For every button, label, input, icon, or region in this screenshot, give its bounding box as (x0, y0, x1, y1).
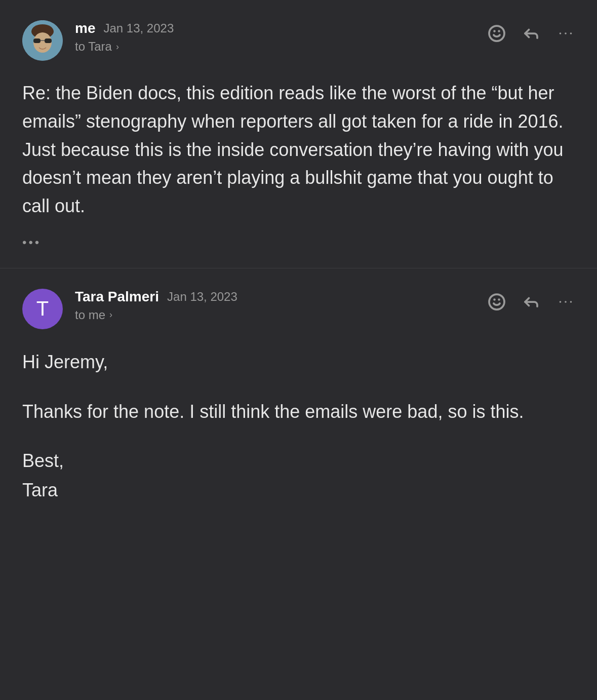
more-indicator-1[interactable]: ••• (22, 236, 575, 250)
avatar-face (22, 20, 63, 61)
svg-rect-3 (33, 38, 41, 43)
sender-info-1: me Jan 13, 2023 to Tara › (22, 20, 174, 61)
email-header-2: T Tara Palmeri Jan 13, 2023 to me › (22, 289, 575, 329)
emoji-react-button-2[interactable] (488, 293, 506, 311)
email-item-2: T Tara Palmeri Jan 13, 2023 to me › (0, 268, 597, 523)
more-button-1[interactable] (556, 24, 575, 43)
chevron-icon-1: › (116, 42, 119, 52)
sender-details-2: Tara Palmeri Jan 13, 2023 to me › (75, 289, 237, 322)
svg-point-17 (570, 301, 572, 303)
svg-point-6 (489, 26, 504, 41)
emoji-react-button-1[interactable] (488, 24, 506, 43)
reply-closing: Best, Tara (22, 446, 575, 504)
sender-name-1: me (75, 20, 95, 36)
closing-line-2: Tara (22, 476, 575, 505)
reply-button-1[interactable] (522, 24, 540, 43)
email-thread: me Jan 13, 2023 to Tara › (0, 0, 597, 523)
closing-line-1: Best, (22, 446, 575, 476)
sender-date-2: Jan 13, 2023 (167, 290, 237, 304)
svg-point-16 (565, 301, 567, 303)
svg-point-12 (489, 294, 504, 309)
email-item-1: me Jan 13, 2023 to Tara › (0, 0, 597, 268)
recipient-label-2: to me (75, 308, 105, 322)
action-icons-2 (488, 289, 575, 311)
avatar-me (22, 20, 63, 61)
svg-rect-4 (45, 38, 52, 43)
sender-name-row-2: Tara Palmeri Jan 13, 2023 (75, 289, 237, 305)
chevron-icon-2: › (109, 309, 112, 320)
email-body-1: Re: the Biden docs, this edition reads l… (22, 79, 575, 220)
sender-details-1: me Jan 13, 2023 to Tara › (75, 20, 174, 54)
action-icons-1 (488, 20, 575, 43)
avatar-tara: T (22, 289, 63, 329)
reply-greeting: Hi Jeremy, (22, 347, 575, 377)
svg-point-11 (570, 32, 572, 34)
sender-date-1: Jan 13, 2023 (103, 21, 174, 35)
svg-point-10 (565, 32, 567, 34)
recipient-label-1: to Tara (75, 40, 112, 54)
sender-name-row-1: me Jan 13, 2023 (75, 20, 174, 36)
email-body-2: Hi Jeremy, Thanks for the note. I still … (22, 347, 575, 504)
reply-body: Thanks for the note. I still think the e… (22, 397, 575, 426)
more-button-2[interactable] (556, 293, 575, 311)
sender-name-2: Tara Palmeri (75, 289, 159, 305)
svg-point-9 (560, 32, 562, 34)
reply-button-2[interactable] (522, 293, 540, 311)
recipient-row-1[interactable]: to Tara › (75, 40, 174, 54)
recipient-row-2[interactable]: to me › (75, 308, 237, 322)
email-header-1: me Jan 13, 2023 to Tara › (22, 20, 575, 61)
svg-point-15 (560, 301, 562, 303)
sender-info-2: T Tara Palmeri Jan 13, 2023 to me › (22, 289, 237, 329)
